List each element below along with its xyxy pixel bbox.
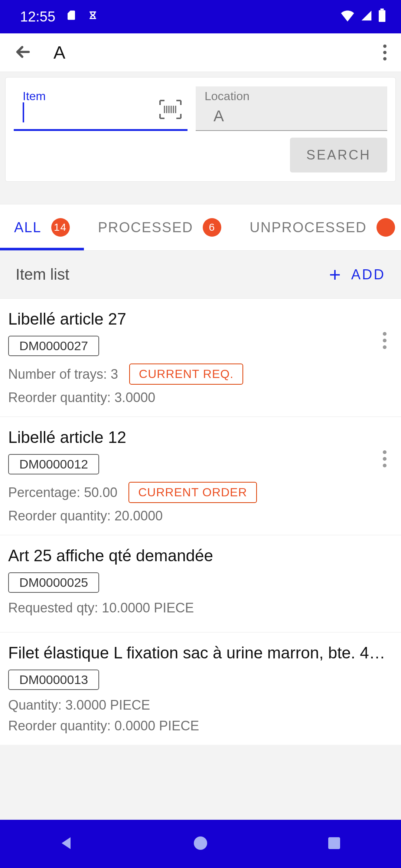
item-field[interactable]: Item bbox=[14, 86, 188, 131]
tab-unprocessed[interactable]: UNPROCESSED bbox=[235, 204, 387, 250]
add-button-label: ADD bbox=[351, 267, 385, 283]
overflow-menu-icon[interactable] bbox=[376, 45, 393, 61]
search-panel: Item Location A bbox=[0, 72, 401, 187]
plus-icon: + bbox=[329, 264, 342, 285]
item-title: Filet élastique L fixation sac à urine m… bbox=[8, 644, 393, 662]
wifi-icon bbox=[340, 9, 355, 25]
status-right bbox=[340, 9, 386, 25]
tab-all-badge: 14 bbox=[51, 218, 70, 237]
item-meta: Reorder quantity: 3.0000 bbox=[8, 390, 376, 405]
item-meta: Reorder quantity: 20.0000 bbox=[8, 508, 376, 524]
item-meta: Quantity: 3.0000 PIECE bbox=[8, 697, 150, 713]
svg-point-8 bbox=[194, 836, 207, 850]
item-meta: Reorder quantity: 0.0000 PIECE bbox=[8, 718, 393, 734]
item-meta: Percentage: 50.00 bbox=[8, 485, 117, 500]
status-left: 12:55 bbox=[20, 9, 98, 25]
tab-processed-badge: 6 bbox=[203, 218, 221, 237]
tab-all-label: ALL bbox=[14, 220, 42, 236]
app-bar: A bbox=[0, 33, 401, 72]
tab-all[interactable]: ALL 14 bbox=[0, 204, 84, 250]
item-code: DM0000025 bbox=[8, 572, 99, 593]
search-button[interactable]: SEARCH bbox=[290, 138, 387, 172]
svg-rect-9 bbox=[328, 837, 340, 849]
sync-icon bbox=[87, 9, 98, 25]
svg-rect-1 bbox=[381, 9, 384, 10]
nav-home-icon[interactable] bbox=[192, 834, 209, 854]
signal-icon bbox=[360, 9, 373, 25]
tab-processed[interactable]: PROCESSED 6 bbox=[84, 204, 236, 250]
list-item[interactable]: Art 25 affiche qté demandée DM0000025 Re… bbox=[0, 535, 401, 632]
system-nav-bar bbox=[0, 820, 401, 868]
tabs: ALL 14 PROCESSED 6 UNPROCESSED bbox=[0, 204, 401, 251]
item-title: Libellé article 27 bbox=[8, 310, 376, 328]
search-card: Item Location A bbox=[5, 77, 396, 182]
tab-processed-label: PROCESSED bbox=[98, 220, 193, 236]
tab-unprocessed-label: UNPROCESSED bbox=[250, 220, 367, 236]
item-title: Art 25 affiche qté demandée bbox=[8, 546, 393, 565]
item-meta: Requested qty: 10.0000 PIECE bbox=[8, 600, 194, 616]
nav-recent-icon[interactable] bbox=[325, 834, 343, 854]
list-item[interactable]: Filet élastique L fixation sac à urine m… bbox=[0, 632, 401, 745]
add-button[interactable]: + ADD bbox=[329, 264, 385, 285]
list-item[interactable]: Libellé article 12 DM0000012 Percentage:… bbox=[0, 417, 401, 535]
status-chip: CURRENT REQ. bbox=[129, 364, 243, 385]
item-meta: Number of trays: 3 bbox=[8, 366, 118, 382]
location-field-value: A bbox=[205, 107, 378, 130]
tab-unprocessed-badge bbox=[376, 218, 395, 237]
list-item[interactable]: Libellé article 27 DM0000027 Number of t… bbox=[0, 298, 401, 417]
item-code: DM0000012 bbox=[8, 454, 99, 474]
sd-card-icon bbox=[66, 9, 77, 25]
status-bar: 12:55 bbox=[0, 0, 401, 33]
page-title: A bbox=[53, 42, 376, 63]
battery-icon bbox=[378, 9, 386, 25]
item-code: DM0000013 bbox=[8, 670, 99, 690]
nav-back-icon[interactable] bbox=[58, 834, 76, 854]
item-overflow-icon[interactable] bbox=[376, 428, 393, 467]
item-list: Libellé article 27 DM0000027 Number of t… bbox=[0, 298, 401, 745]
status-time: 12:55 bbox=[20, 9, 55, 25]
item-field-label: Item bbox=[23, 89, 46, 103]
item-code: DM0000027 bbox=[8, 336, 99, 356]
item-overflow-icon[interactable] bbox=[376, 310, 393, 349]
list-title: Item list bbox=[16, 266, 69, 283]
location-field[interactable]: Location A bbox=[196, 86, 387, 131]
location-field-label: Location bbox=[205, 89, 250, 103]
back-icon[interactable] bbox=[13, 42, 33, 63]
svg-rect-0 bbox=[379, 10, 385, 22]
item-title: Libellé article 12 bbox=[8, 428, 376, 447]
status-chip: CURRENT ORDER bbox=[128, 482, 257, 503]
list-header: Item list + ADD bbox=[0, 251, 401, 298]
